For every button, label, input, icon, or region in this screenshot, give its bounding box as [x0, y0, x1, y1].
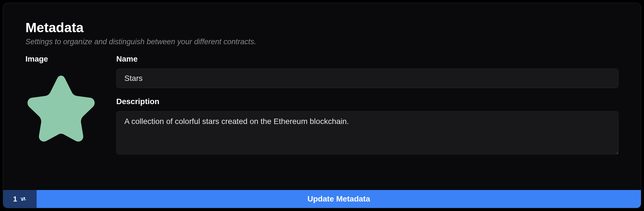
name-label: Name	[116, 55, 619, 64]
fields-column: Name Description	[116, 55, 619, 165]
swap-arrows-icon	[20, 196, 27, 202]
footer-bar: 1 Update Metadata	[3, 190, 641, 208]
transaction-count-value: 1	[13, 195, 17, 203]
name-field-group: Name	[116, 55, 619, 88]
section-title: Metadata	[25, 20, 619, 35]
transaction-count-badge[interactable]: 1	[3, 190, 37, 208]
image-column: Image	[25, 55, 97, 165]
star-icon	[25, 71, 97, 144]
description-field-group: Description	[116, 97, 619, 156]
form-row: Image Name Description	[25, 55, 619, 165]
metadata-card: Metadata Settings to organize and distin…	[3, 3, 641, 208]
metadata-content: Metadata Settings to organize and distin…	[3, 3, 641, 165]
description-textarea[interactable]	[116, 111, 619, 154]
update-metadata-button[interactable]: Update Metadata	[37, 190, 641, 208]
section-subtitle: Settings to organize and distinguish bet…	[25, 37, 619, 46]
name-input[interactable]	[116, 69, 619, 88]
image-preview[interactable]	[25, 69, 97, 144]
image-label: Image	[25, 55, 97, 64]
description-label: Description	[116, 97, 619, 106]
